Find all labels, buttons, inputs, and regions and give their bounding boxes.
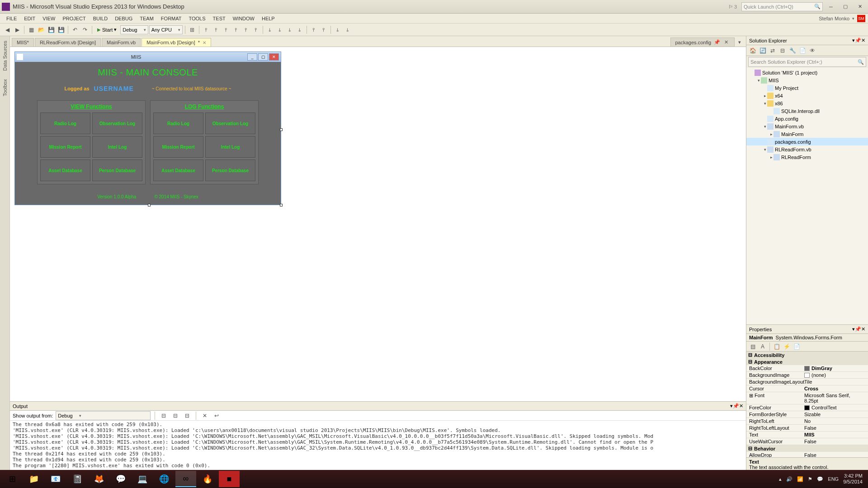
prop-category[interactable]: ⊟Appearance xyxy=(746,358,868,365)
output-wrap-button[interactable]: ↩ xyxy=(212,411,221,420)
output-text[interactable]: The thread 0x6a8 has exited with code 25… xyxy=(10,421,746,478)
undo-button[interactable]: ↶ xyxy=(71,25,80,34)
config-select[interactable]: Debug xyxy=(120,25,148,34)
prop-row[interactable]: ⊞ FontMicrosoft Sans Serif, 8.25pt xyxy=(746,392,868,404)
data-sources-tab[interactable]: Data Sources xyxy=(2,38,8,74)
output-tb-b[interactable]: ⊟ xyxy=(171,411,180,420)
app3-taskbar-button[interactable]: ■ xyxy=(219,471,240,487)
doc-tab-packages[interactable]: packages.config📌✕ xyxy=(670,38,735,47)
tree-item[interactable]: My Project xyxy=(746,84,868,92)
prop-row[interactable]: CursorCross xyxy=(746,385,868,392)
output-tb-c[interactable]: ⊟ xyxy=(183,411,192,420)
app-taskbar-button[interactable]: 💻 xyxy=(132,471,153,487)
se-refresh-button[interactable]: 🔄 xyxy=(758,46,767,55)
menu-edit[interactable]: EDIT xyxy=(20,16,39,21)
form-function-button[interactable]: Radio Log xyxy=(40,113,90,134)
layout-e[interactable]: ⫯ xyxy=(241,25,250,34)
prop-row[interactable]: BackgroundImageLayoutTile xyxy=(746,379,868,385)
menu-project[interactable]: PROJECT xyxy=(59,16,89,21)
explorer-taskbar-button[interactable]: 📁 xyxy=(24,471,44,487)
layout-c[interactable]: ⫯ xyxy=(222,25,231,34)
vs-taskbar-button[interactable]: ∞ xyxy=(175,471,196,487)
tray-action-icon[interactable]: 💬 xyxy=(817,476,823,482)
nav-fwd-button[interactable]: ▶ xyxy=(13,25,22,34)
chrome-taskbar-button[interactable]: 🌐 xyxy=(154,471,175,487)
doc-tab[interactable]: MainForm.vb [Design]*✕ xyxy=(142,38,211,47)
minimize-button[interactable]: ─ xyxy=(825,2,837,11)
prop-row[interactable]: RightToLeftLayoutFalse xyxy=(746,425,868,432)
se-home-button[interactable]: 🏠 xyxy=(748,46,757,55)
menu-help[interactable]: HELP xyxy=(258,16,278,21)
se-search-input[interactable]: Search Solution Explorer (Ctrl+;) 🔍 xyxy=(748,57,866,67)
designed-form[interactable]: MIIS _ ▢ ✕ MIIS - MAIN CONSOLE Logged as… xyxy=(14,52,281,205)
prop-category[interactable]: ⊟Behavior xyxy=(746,445,868,452)
save-button[interactable]: 💾 xyxy=(47,25,56,34)
layout-k[interactable]: ⫯ xyxy=(309,25,318,34)
prop-row[interactable]: TextMIIS xyxy=(746,432,868,438)
tree-item[interactable]: ▾x86 xyxy=(746,99,868,107)
output-tb-a[interactable]: ⊟ xyxy=(159,411,168,420)
tray-clock[interactable]: 3:42 PM 9/5/2014 xyxy=(843,473,863,485)
form-function-button[interactable]: Mission Report xyxy=(153,136,203,158)
tray-network-icon[interactable]: 📶 xyxy=(797,476,803,482)
layout-n[interactable]: ⫰ xyxy=(343,25,352,34)
prop-events-button[interactable]: ⚡ xyxy=(782,342,791,351)
toolbox-tab[interactable]: Toolbox xyxy=(2,76,8,99)
tree-item[interactable]: ▾MainForm.vb xyxy=(746,122,868,130)
layout-j[interactable]: ⫰ xyxy=(295,25,304,34)
form-function-button[interactable]: Radio Log xyxy=(153,113,203,134)
layout-l[interactable]: ⫯ xyxy=(319,25,328,34)
platform-select[interactable]: Any CPU xyxy=(149,25,183,34)
tree-item[interactable]: packages.config xyxy=(746,138,868,145)
panel-pin-icon[interactable]: 📌 xyxy=(733,403,739,409)
prop-row[interactable]: RightToLeftNo xyxy=(746,418,868,425)
form-function-button[interactable]: Intel Log xyxy=(205,136,255,158)
doc-tab[interactable]: MIIS* xyxy=(12,38,34,47)
doc-tab[interactable]: RLReadForm.vb [Design] xyxy=(35,38,101,47)
layout-b[interactable]: ⫯ xyxy=(212,25,221,34)
save-all-button[interactable]: 💾 xyxy=(57,25,66,34)
form-designer-surface[interactable]: MIIS _ ▢ ✕ MIIS - MAIN CONSOLE Logged as… xyxy=(10,47,746,401)
solution-tree[interactable]: Solution 'MIIS' (1 project)▾MIISMy Proje… xyxy=(746,68,868,324)
notification-indicator[interactable]: 🏳 3 xyxy=(728,4,737,9)
menu-test[interactable]: TEST xyxy=(209,16,229,21)
form-function-button[interactable]: Observation Log xyxy=(205,113,255,134)
prop-pages-button[interactable]: 📄 xyxy=(792,342,801,351)
se-show-all-button[interactable]: 📄 xyxy=(798,46,807,55)
layout-i[interactable]: ⫰ xyxy=(285,25,294,34)
maximize-button[interactable]: ▢ xyxy=(839,2,852,11)
se-close-icon[interactable]: ✕ xyxy=(861,38,865,43)
prop-row[interactable]: BackgroundImage(none) xyxy=(746,372,868,379)
close-icon[interactable]: ✕ xyxy=(203,40,206,45)
menu-build[interactable]: BUILD xyxy=(90,16,111,21)
tab-overflow-icon[interactable]: ▾ xyxy=(737,39,742,45)
show-output-from-select[interactable]: Debug xyxy=(56,411,151,420)
start-button[interactable]: ⊞ xyxy=(2,471,23,487)
se-view-button[interactable]: 👁 xyxy=(808,46,817,55)
tree-item[interactable]: Solution 'MIIS' (1 project) xyxy=(746,69,868,76)
tree-item[interactable]: SQLite.Interop.dll xyxy=(746,107,868,115)
nav-back-button[interactable]: ◀ xyxy=(3,25,12,34)
menu-window[interactable]: WINDOW xyxy=(229,16,258,21)
form-function-button[interactable]: Person Database xyxy=(92,160,142,181)
user-dropdown-icon[interactable]: ▾ xyxy=(852,16,854,21)
align-button[interactable]: ⊞ xyxy=(188,25,197,34)
se-pin-icon[interactable]: 📌 xyxy=(855,38,861,43)
form-function-button[interactable]: Mission Report xyxy=(40,136,90,158)
tree-item[interactable]: ▸RLReadForm xyxy=(746,153,868,161)
start-debug-button[interactable]: Start ▾ xyxy=(94,25,119,35)
doc-tab[interactable]: MainForm.vb xyxy=(102,38,141,47)
layout-a[interactable]: ⫯ xyxy=(202,25,211,34)
close-icon[interactable]: ✕ xyxy=(723,39,730,45)
quick-launch-input[interactable]: Quick Launch (Ctrl+Q)🔍 xyxy=(741,2,823,11)
prop-categorized-button[interactable]: ▤ xyxy=(748,342,757,351)
tree-item[interactable]: App.config xyxy=(746,115,868,122)
prop-row[interactable]: AllowDropFalse xyxy=(746,452,868,457)
menu-view[interactable]: VIEW xyxy=(39,16,59,21)
form-function-button[interactable]: Observation Log xyxy=(92,113,142,134)
prop-row[interactable]: BackColorDimGray xyxy=(746,365,868,372)
open-button[interactable]: 📂 xyxy=(37,25,46,34)
skype-taskbar-button[interactable]: 💬 xyxy=(110,471,131,487)
tree-item[interactable]: ▸x64 xyxy=(746,92,868,99)
tray-lang[interactable]: ENG xyxy=(828,476,839,482)
